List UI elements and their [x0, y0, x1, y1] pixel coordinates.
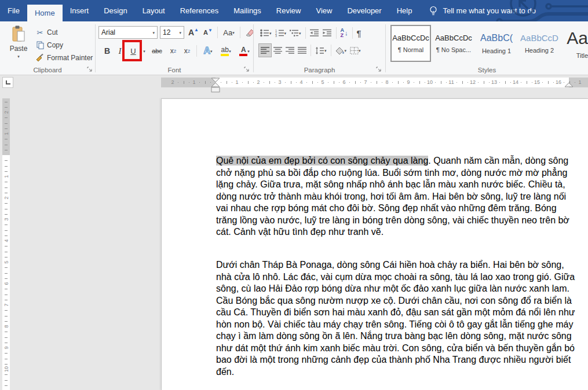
document-text-line[interactable]: trăng lồng vào nước, luỹ tre làng in bón…	[216, 215, 569, 227]
line-spacing-button[interactable]: ▾	[313, 43, 328, 57]
multilevel-list-button[interactable]: ▾	[288, 26, 303, 40]
decrease-indent-button[interactable]	[308, 26, 321, 40]
sort-button[interactable]: AZ ↓	[339, 26, 350, 40]
paste-dropdown-arrow[interactable]: ▾	[17, 54, 20, 58]
ruler-tick	[317, 82, 318, 83]
format-painter-button[interactable]: Format Painter	[35, 51, 93, 64]
style--no-spac-[interactable]: AaBbCcDc¶ No Spac...	[433, 25, 474, 62]
paragraph-dialog-launcher[interactable]	[376, 67, 382, 72]
document-text-line[interactable]: Quê nội của em đẹp bởi có con sông chảy …	[216, 155, 568, 167]
tab-references[interactable]: References	[173, 0, 226, 21]
document-text-line[interactable]: lặng chảy. Giữa trưa, mặt sông nhấp nhô …	[216, 179, 565, 191]
bold-button[interactable]: B	[100, 43, 114, 58]
highlight-color-button[interactable]: ab ▾	[217, 43, 235, 58]
superscript-button[interactable]: x2	[180, 43, 194, 58]
align-right-button[interactable]	[284, 43, 296, 57]
ruler-tick	[489, 82, 490, 83]
document-text-line[interactable]: cầu Cá. Thuyền đi biển sơn hai màu xanh …	[216, 307, 575, 319]
tab-home[interactable]: Home	[27, 5, 63, 21]
ruler-tick	[5, 145, 8, 145]
ruler-tick	[5, 246, 8, 246]
font-color-bar	[239, 54, 247, 56]
bullets-button[interactable]: ▾	[258, 26, 273, 40]
borders-button[interactable]: ▾	[348, 43, 363, 57]
document-text-line[interactable]: đến.	[216, 366, 234, 378]
document-text-line[interactable]: Dưới chân Tháp Bà Ponaga, dòng sông Cái …	[216, 259, 564, 271]
ruler-number: 1	[3, 132, 9, 135]
copy-button[interactable]: Copy	[35, 39, 93, 51]
style-heading-1[interactable]: AaBbC(Heading 1	[476, 25, 517, 62]
tab-mailings[interactable]: Mailings	[226, 0, 269, 21]
tab-review[interactable]: Review	[269, 0, 309, 21]
font-name-dropdown-arrow[interactable]: ▾	[152, 31, 155, 35]
tab-view[interactable]: View	[308, 0, 339, 21]
document-text-line[interactable]: dòng nước trở thành màu khói trong, hơi …	[216, 191, 566, 203]
tab-insert[interactable]: Insert	[63, 0, 97, 21]
vertical-ruler[interactable]: 1234567891021	[2, 98, 10, 390]
ruler-number: 5	[321, 79, 324, 85]
cut-button[interactable]: ✂ Cut	[35, 26, 93, 39]
document-text-line[interactable]: chạy ì ầm làm dòng sông ồn ã lên. Nắng t…	[216, 330, 572, 343]
ruler-tick	[5, 321, 8, 322]
style-heading-2[interactable]: AaBbCcDHeading 2	[519, 25, 560, 62]
document-text-line[interactable]: bao đời là một trong những cảnh đẹp của …	[216, 354, 571, 366]
show-hide-marks-button[interactable]: ¶	[355, 26, 363, 40]
document-text-line[interactable]: vai nhau che rợp bóng mát cho đôi bờ. Sô…	[216, 203, 557, 215]
paste-button[interactable]: Paste ▾	[5, 25, 32, 67]
ruler-tick	[285, 82, 286, 83]
annotation-red-box-underline	[122, 40, 142, 61]
selected-text[interactable]: Quê nội của em đẹp bởi có con sông chảy …	[216, 156, 428, 165]
ruler-tick	[5, 273, 8, 274]
shrink-font-button[interactable]: A ▼	[201, 25, 215, 40]
document-text-line[interactable]: sông, cù lao Hải Đảo rợp bóng dừa như mộ…	[216, 283, 569, 295]
paragraph-group: ▾ 123 ▾ ▾	[254, 21, 385, 75]
style-preview: AaBbCcDc	[392, 34, 429, 42]
style-title[interactable]: AabTitle	[562, 25, 588, 62]
tab-developer[interactable]: Developer	[339, 0, 389, 21]
text-effects-button[interactable]: A ▾	[199, 43, 217, 58]
align-left-button[interactable]	[258, 43, 272, 57]
style--normal[interactable]: AaBbCcDc¶ Normal	[390, 25, 431, 62]
clipboard-group: Paste ▾ ✂ Cut Copy	[0, 21, 95, 75]
font-size-combobox[interactable]: 12 ▾	[160, 26, 184, 39]
document-text-line[interactable]: chở nặng phù sa bồi đắp cho ruộng lúa. B…	[216, 167, 567, 179]
tab-layout[interactable]: Layout	[135, 0, 173, 21]
tab-help[interactable]: Help	[389, 0, 420, 21]
document-text-line[interactable]: Cầu Bóng bắc qua sông nườm nượp xe cộ. D…	[216, 295, 572, 307]
font-dialog-launcher[interactable]	[244, 67, 250, 72]
grow-font-button[interactable]: A ▲	[186, 25, 201, 40]
increase-indent-button[interactable]	[321, 26, 334, 40]
tab-stop-selector[interactable]	[2, 77, 13, 88]
font-color-button[interactable]: A ▾	[235, 43, 254, 58]
document-text-line[interactable]: như dát một thứ ánh kim xanh biếc màu tr…	[216, 343, 575, 355]
ruler-tick	[456, 82, 457, 83]
horizontal-ruler[interactable]: 12345678910111213141516211	[161, 78, 588, 87]
tell-me-box[interactable]: Tell me what you want to do	[429, 0, 535, 21]
strikethrough-button[interactable]: abc	[148, 43, 166, 58]
shading-button[interactable]: ▾	[334, 43, 349, 57]
ruler-number: 2	[3, 196, 9, 199]
font-name-combobox[interactable]: Arial ▾	[98, 26, 158, 39]
font-size-dropdown-arrow[interactable]: ▾	[179, 31, 181, 35]
ruler-tick	[575, 82, 575, 83]
document-text-line[interactable]: hòn non bộ. Vài chiếc tàu máy chạy trên …	[216, 319, 573, 331]
tab-design[interactable]: Design	[96, 0, 134, 21]
cut-icon: ✂	[35, 28, 45, 37]
document-text-line[interactable]: cát. Cảnh vật hữu tình đẹp như tranh vẽ.	[216, 226, 384, 238]
align-center-button[interactable]	[272, 43, 284, 57]
grow-font-glyph: A	[188, 28, 194, 37]
ruler-number: 15	[534, 79, 540, 85]
numbering-button[interactable]: 123 ▾	[273, 26, 288, 40]
tab-file[interactable]: File	[0, 0, 27, 21]
ruler-tick	[328, 82, 328, 83]
ruler-tick	[377, 81, 377, 84]
document-page[interactable]: Quê nội của em đẹp bởi có con sông chảy …	[161, 98, 588, 390]
change-case-button[interactable]: Aa ▾	[220, 25, 238, 40]
ruler-tick	[178, 82, 178, 83]
document-text-line[interactable]: nhà cửa lô nhô. Lác đác, vài cụm dừa mọc…	[216, 271, 575, 284]
justify-button[interactable]	[296, 43, 308, 57]
clipboard-dialog-launcher[interactable]	[87, 67, 93, 72]
ruler-tick	[349, 82, 350, 83]
ruler-tick	[5, 295, 8, 295]
subscript-button[interactable]: x2	[166, 43, 180, 58]
